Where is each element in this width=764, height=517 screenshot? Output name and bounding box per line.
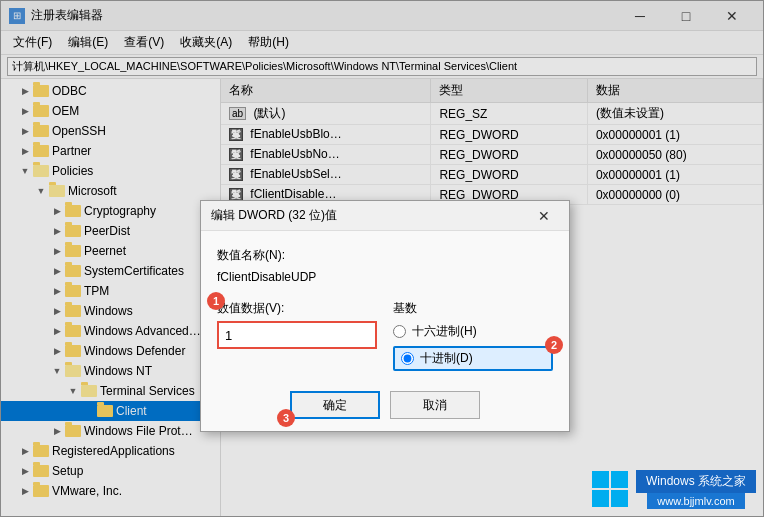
hex-radio[interactable]: [393, 325, 406, 338]
svg-rect-0: [592, 471, 609, 488]
svg-rect-2: [592, 490, 609, 507]
watermark: Windows 系统之家 www.bjjmlv.com: [590, 469, 756, 509]
edit-dword-dialog: 编辑 DWORD (32 位)值 ✕ 数值名称(N): fClientDisab…: [200, 200, 570, 432]
input-row: 数值数据(V): 1 基数 十六进制(H) 十进制(D): [217, 300, 553, 377]
watermark-site-name: Windows 系统之家: [636, 470, 756, 493]
svg-rect-1: [611, 471, 628, 488]
data-field-label: 数值数据(V):: [217, 300, 377, 317]
hex-option[interactable]: 十六进制(H): [393, 323, 553, 340]
base-label: 基数: [393, 300, 553, 317]
data-input-group: 数值数据(V): 1: [217, 300, 377, 377]
step-3-badge: 3: [277, 409, 295, 427]
dialog-body: 数值名称(N): fClientDisableUDP 数值数据(V): 1 基数…: [201, 231, 569, 431]
dialog-titlebar: 编辑 DWORD (32 位)值 ✕: [201, 201, 569, 231]
dec-radio[interactable]: [401, 352, 414, 365]
ok-button[interactable]: 确定: [290, 391, 380, 419]
svg-rect-3: [611, 490, 628, 507]
base-radio-group: 基数 十六进制(H) 十进制(D) 2: [393, 300, 553, 377]
dec-option[interactable]: 十进制(D): [393, 346, 553, 371]
dialog-buttons: 确定 取消 3: [217, 391, 553, 419]
windows-logo-icon: [590, 469, 630, 509]
watermark-text-block: Windows 系统之家 www.bjjmlv.com: [636, 470, 756, 509]
modal-overlay: 编辑 DWORD (32 位)值 ✕ 数值名称(N): fClientDisab…: [0, 0, 764, 517]
cancel-button[interactable]: 取消: [390, 391, 480, 419]
dialog-close-button[interactable]: ✕: [529, 204, 559, 228]
watermark-url: www.bjjmlv.com: [647, 493, 744, 509]
step-2-badge: 2: [545, 336, 563, 354]
dec-label: 十进制(D): [420, 350, 473, 367]
hex-label: 十六进制(H): [412, 323, 477, 340]
name-field-label: 数值名称(N):: [217, 247, 553, 264]
step-1-badge: 1: [207, 292, 225, 310]
dialog-title: 编辑 DWORD (32 位)值: [211, 207, 529, 224]
data-value-input[interactable]: [217, 321, 377, 349]
name-field-value: fClientDisableUDP: [217, 268, 553, 286]
